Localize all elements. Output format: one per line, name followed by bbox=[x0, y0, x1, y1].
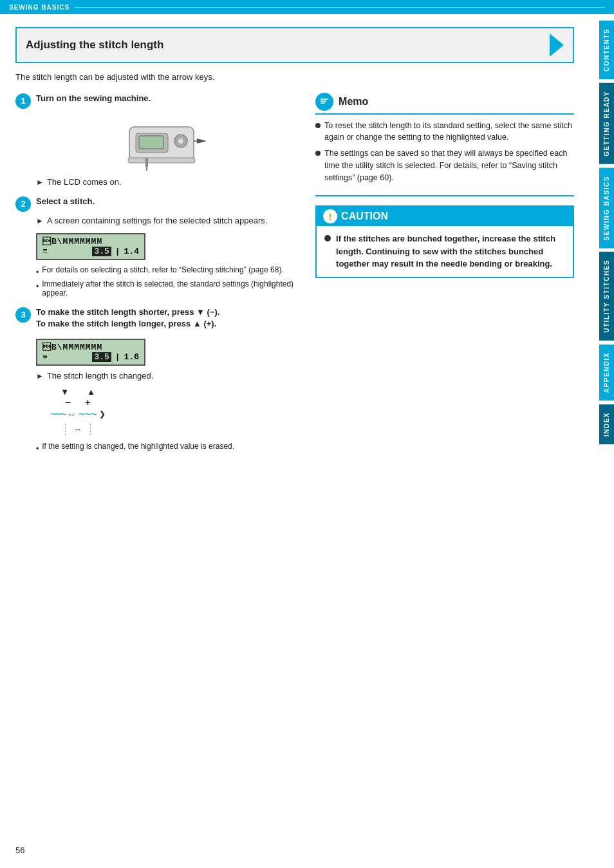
caution-item-1: If the stitches are bunched together, in… bbox=[324, 232, 565, 270]
arrow-icon-2: ► bbox=[36, 216, 44, 225]
plus-label: + bbox=[85, 397, 91, 408]
svg-rect-2 bbox=[139, 136, 163, 149]
title-arrow-icon bbox=[550, 33, 564, 57]
arrow-icon-3: ► bbox=[36, 372, 44, 381]
lcd-row1-2: B\MMMMMMM bbox=[42, 343, 139, 352]
sidebar-tab-contents[interactable]: CONTENTS bbox=[599, 21, 614, 79]
step-3: 3 To make the stitch length shorter, pre… bbox=[15, 307, 300, 453]
step-2-header: 2 Select a stitch. bbox=[15, 196, 300, 212]
page-wrapper: Adjusting the stitch length The stitch l… bbox=[0, 14, 614, 868]
right-arrow-small: ❯ bbox=[99, 410, 106, 419]
lcd-highlight-1: 3.5 bbox=[92, 247, 111, 256]
sidebar-tab-utility-stitches[interactable]: UTILITY STITCHES bbox=[599, 252, 614, 341]
lcd-display-2: B\MMMMMMM ≡ 3.5 | 1.6 bbox=[36, 339, 145, 366]
memo-bullet-1 bbox=[315, 123, 321, 128]
caution-icon: ! bbox=[323, 209, 337, 223]
step-3-arrow-bullet: ► The stitch length is changed. bbox=[36, 371, 300, 381]
lcd-row2: ≡ 3.5 | 1.4 bbox=[42, 247, 139, 256]
memo-box: Memo To reset the stitch length to its s… bbox=[315, 93, 574, 197]
col-right: Memo To reset the stitch length to its s… bbox=[315, 93, 574, 462]
step-3-minus: (−). bbox=[205, 307, 219, 317]
left-right-arrows: ↔ bbox=[68, 410, 76, 419]
step-2-title: Select a stitch. bbox=[36, 196, 95, 207]
memo-item-1: To reset the stitch length to its standa… bbox=[315, 120, 574, 144]
diagram-arrows-row: ▼ ▲ bbox=[60, 387, 95, 397]
lcd-value-2: 1.4 bbox=[124, 247, 139, 256]
down-arrow-icon: ▼ bbox=[196, 307, 205, 317]
sewing-machine-image bbox=[123, 114, 213, 172]
step-2-circle: 2 bbox=[15, 196, 31, 212]
arrow-icon-1: ► bbox=[36, 178, 44, 187]
lcd-icon-2: ≡ bbox=[42, 352, 48, 362]
up-arrow-diagram: ▲ bbox=[87, 387, 95, 397]
main-content: Adjusting the stitch length The stitch l… bbox=[0, 14, 590, 868]
step-3-dot-1: • If the setting is changed, the highlig… bbox=[36, 442, 300, 453]
stitch-diagram: ▼ ▲ − + ~~~ ↔ ~~~ ❯ bbox=[36, 387, 120, 435]
step-1-content: ► The LCD comes on. bbox=[36, 114, 300, 187]
lcd-row1: B\MMMMMMM bbox=[42, 237, 139, 247]
svg-rect-6 bbox=[145, 158, 148, 167]
step-3-plus: (+). bbox=[201, 319, 216, 328]
caution-title: CAUTION bbox=[341, 211, 388, 222]
lcd-highlight-2: 3.5 bbox=[92, 352, 111, 362]
memo-title: Memo bbox=[339, 96, 368, 108]
caution-bullet-1 bbox=[324, 235, 331, 241]
dot-icon-3: • bbox=[36, 444, 39, 453]
memo-item-2: The settings can be saved so that they w… bbox=[315, 147, 574, 184]
step-1-header: 1 Turn on the sewing machine. bbox=[15, 93, 300, 109]
step-2-arrow-bullet: ► A screen containing settings for the s… bbox=[36, 216, 300, 225]
wavy-short: ~~~ bbox=[50, 408, 65, 421]
top-bar-label: SEWING BASICS bbox=[9, 4, 70, 11]
down-arrow-diagram: ▼ bbox=[60, 387, 69, 397]
memo-bullet-2 bbox=[315, 151, 321, 156]
step-3-title: To make the stitch length shorter, press… bbox=[36, 307, 219, 330]
caution-header: ! CAUTION bbox=[317, 207, 573, 226]
two-column-layout: 1 Turn on the sewing machine. bbox=[15, 93, 574, 462]
lcd-value-3: 1.6 bbox=[124, 352, 139, 362]
up-arrow-icon: ▲ bbox=[193, 319, 201, 328]
svg-point-4 bbox=[178, 138, 184, 144]
step-1-circle: 1 bbox=[15, 93, 31, 109]
col-left: 1 Turn on the sewing machine. bbox=[15, 93, 300, 462]
lcd-sep-2: | bbox=[115, 352, 120, 362]
page-number: 56 bbox=[15, 845, 24, 855]
step-2-dot-2: • Immediately after the stitch is select… bbox=[36, 279, 300, 297]
sidebar-tab-getting-ready[interactable]: GETTING READY bbox=[599, 83, 614, 164]
bottom-double-arrow: ↔ bbox=[74, 425, 82, 434]
caution-box: ! CAUTION If the stitches are bunched to… bbox=[315, 205, 574, 278]
sidebar-tab-appendix[interactable]: APPENDIX bbox=[599, 344, 614, 401]
diagram-labels-row: − + bbox=[65, 397, 91, 408]
sidebar-tab-index[interactable]: INDEX bbox=[599, 404, 614, 444]
sidebar-tabs: CONTENTS GETTING READY SEWING BASICS UTI… bbox=[590, 14, 614, 868]
diagram-center-row: ~~~ ↔ ~~~ ❯ bbox=[50, 408, 106, 421]
svg-rect-5 bbox=[128, 158, 195, 163]
top-bar: SEWING BASICS bbox=[0, 0, 614, 14]
step-2-dot-1: • For details on selecting a stitch, ref… bbox=[36, 265, 300, 277]
lcd-row2-2: ≡ 3.5 | 1.6 bbox=[42, 352, 139, 362]
lcd-icon: ≡ bbox=[42, 247, 48, 256]
dot-icon-1: • bbox=[36, 268, 39, 277]
step-1: 1 Turn on the sewing machine. bbox=[15, 93, 300, 187]
step-2: 2 Select a stitch. ► A screen containing… bbox=[15, 196, 300, 297]
lcd-display-1: B\MMMMMMM ≡ 3.5 | 1.4 bbox=[36, 233, 145, 260]
step-3-title-part2: To make the stitch length longer, press bbox=[36, 319, 193, 328]
minus-label: − bbox=[65, 397, 71, 408]
step-3-content: B\MMMMMMM ≡ 3.5 | 1.6 ► The stitc bbox=[36, 334, 300, 453]
wavy-long: ~~~ bbox=[79, 408, 97, 421]
intro-text: The stitch length can be adjusted with t… bbox=[15, 71, 574, 84]
step-3-header: 3 To make the stitch length shorter, pre… bbox=[15, 307, 300, 330]
dot-icon-2: • bbox=[36, 282, 39, 291]
diagram-bottom-row: ↔ bbox=[65, 424, 91, 435]
step-1-title: Turn on the sewing machine. bbox=[36, 93, 151, 104]
step-1-arrow-bullet: ► The LCD comes on. bbox=[36, 177, 300, 187]
step-3-title-part1: To make the stitch length shorter, press bbox=[36, 307, 196, 317]
memo-header: Memo bbox=[315, 93, 574, 115]
step-3-circle: 3 bbox=[15, 307, 31, 323]
lcd-separator: | bbox=[115, 247, 120, 256]
step-2-content: ► A screen containing settings for the s… bbox=[36, 216, 300, 297]
section-title: Adjusting the stitch length bbox=[26, 39, 163, 52]
sidebar-tab-sewing-basics[interactable]: SEWING BASICS bbox=[599, 168, 614, 249]
section-title-box: Adjusting the stitch length bbox=[15, 27, 574, 63]
memo-icon bbox=[315, 93, 333, 111]
